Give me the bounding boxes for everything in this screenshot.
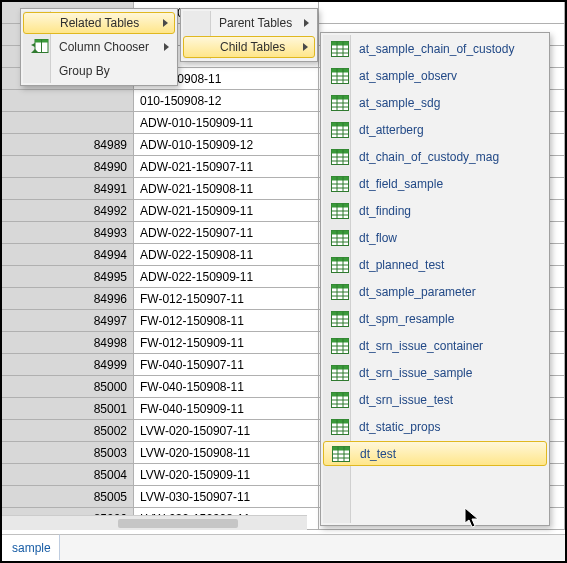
menu-item-label: at_sample_chain_of_custody xyxy=(359,42,525,56)
cell-value[interactable]: LVW-030-150907-11 xyxy=(134,486,319,507)
cell-value[interactable]: FW-040-150908-11 xyxy=(134,376,319,397)
cell-id[interactable]: 84999 xyxy=(2,354,134,375)
cell-id[interactable]: 85001 xyxy=(2,398,134,419)
cell-value[interactable]: LVW-020-150909-11 xyxy=(134,464,319,485)
cell-id[interactable]: 84994 xyxy=(2,244,134,265)
menu-item-at_sample_sdg[interactable]: at_sample_sdg xyxy=(323,89,547,116)
menu-item-dt_flow[interactable]: dt_flow xyxy=(323,224,547,251)
menu-item-dt_atterberg[interactable]: dt_atterberg xyxy=(323,116,547,143)
cell-value[interactable]: ADW-010-150909-12 xyxy=(134,134,319,155)
table-icon xyxy=(327,280,353,304)
cell-id[interactable]: 84992 xyxy=(2,200,134,221)
cell-id[interactable]: 84993 xyxy=(2,222,134,243)
table-icon xyxy=(327,388,353,412)
table-icon xyxy=(327,91,353,115)
menu-item-label: at_sample_sdg xyxy=(359,96,525,110)
menu-item-at_sample_observ[interactable]: at_sample_observ xyxy=(323,62,547,89)
table-icon xyxy=(327,145,353,169)
context-menu[interactable]: Related TablesColumn ChooserGroup By xyxy=(20,8,178,86)
cell-value[interactable]: ADW-022-150909-11 xyxy=(134,266,319,287)
cell-id[interactable]: 84990 xyxy=(2,156,134,177)
menu-item-dt_static_props[interactable]: dt_static_props xyxy=(323,413,547,440)
cell-value[interactable]: FW-040-150909-11 xyxy=(134,398,319,419)
menu-item-label: dt_static_props xyxy=(359,420,525,434)
table-icon xyxy=(327,361,353,385)
menu-item-at_sample_chain_of_custody[interactable]: at_sample_chain_of_custody xyxy=(323,35,547,62)
cell-value[interactable]: ADW-010-150909-11 xyxy=(134,112,319,133)
svg-rect-52 xyxy=(332,257,349,261)
cell-value[interactable]: ADW-021-150908-11 xyxy=(134,178,319,199)
menu-item-label: dt_flow xyxy=(359,231,525,245)
cell-value[interactable]: LVW-020-150907-11 xyxy=(134,420,319,441)
cell-id[interactable]: 84997 xyxy=(2,310,134,331)
cell-id[interactable] xyxy=(2,90,134,111)
child-tables-submenu[interactable]: at_sample_chain_of_custodyat_sample_obse… xyxy=(320,32,550,526)
menu-item-parent-tables[interactable]: Parent Tables xyxy=(183,11,315,35)
menu-item-related-tables[interactable]: Related Tables xyxy=(23,12,175,34)
menu-item-label: Parent Tables xyxy=(219,16,293,30)
cell-id[interactable]: 85005 xyxy=(2,486,134,507)
cell-value[interactable]: FW-012-150908-11 xyxy=(134,310,319,331)
menu-item-dt_field_sample[interactable]: dt_field_sample xyxy=(323,170,547,197)
menu-item-label: dt_chain_of_custody_mag xyxy=(359,150,525,164)
spacer-icon xyxy=(187,11,213,35)
table-icon xyxy=(327,64,353,88)
cell-value[interactable]: FW-012-150909-11 xyxy=(134,332,319,353)
svg-rect-34 xyxy=(332,176,349,180)
table-icon xyxy=(327,307,353,331)
spacer-icon xyxy=(27,59,53,83)
cell-value[interactable]: LVW-020-150908-11 xyxy=(134,442,319,463)
menu-item-dt_srn_issue_sample[interactable]: dt_srn_issue_sample xyxy=(323,359,547,386)
svg-rect-82 xyxy=(332,392,349,396)
menu-item-dt_chain_of_custody_mag[interactable]: dt_chain_of_custody_mag xyxy=(323,143,547,170)
cell-value[interactable]: ADW-021-150909-11 xyxy=(134,200,319,221)
chevron-right-icon xyxy=(163,19,168,27)
cell-value[interactable]: ADW-022-150907-11 xyxy=(134,222,319,243)
cell-id[interactable]: 85003 xyxy=(2,442,134,463)
menu-item-label: dt_spm_resample xyxy=(359,312,525,326)
menu-item-dt_sample_parameter[interactable]: dt_sample_parameter xyxy=(323,278,547,305)
menu-item-dt_test[interactable]: dt_test xyxy=(323,441,547,466)
menu-item-dt_srn_issue_test[interactable]: dt_srn_issue_test xyxy=(323,386,547,413)
mouse-cursor xyxy=(464,507,484,529)
menu-item-group-by[interactable]: Group By xyxy=(23,59,175,83)
cell-id[interactable]: 84998 xyxy=(2,332,134,353)
svg-rect-10 xyxy=(332,68,349,72)
menu-item-dt_spm_resample[interactable]: dt_spm_resample xyxy=(323,305,547,332)
menu-item-label: dt_sample_parameter xyxy=(359,285,525,299)
horizontal-scrollbar[interactable] xyxy=(2,515,307,530)
menu-item-column-chooser[interactable]: Column Chooser xyxy=(23,35,175,59)
cell-empty[interactable] xyxy=(319,2,565,23)
cell-value[interactable]: ADW-022-150908-11 xyxy=(134,244,319,265)
cell-id[interactable]: 85004 xyxy=(2,464,134,485)
cell-value[interactable]: 010-150908-12 xyxy=(134,90,319,111)
cell-value[interactable]: ADW-021-150907-11 xyxy=(134,156,319,177)
related-tables-submenu[interactable]: Parent TablesChild Tables xyxy=(180,8,318,62)
footer-link-sample[interactable]: sample xyxy=(2,534,60,560)
cell-id[interactable]: 84995 xyxy=(2,266,134,287)
chevron-right-icon xyxy=(304,19,309,27)
menu-item-dt_planned_test[interactable]: dt_planned_test xyxy=(323,251,547,278)
table-icon xyxy=(327,334,353,358)
menu-item-label: Child Tables xyxy=(220,40,292,54)
svg-rect-4 xyxy=(332,41,349,45)
scrollbar-thumb[interactable] xyxy=(118,519,238,528)
menu-item-label: at_sample_observ xyxy=(359,69,525,83)
menu-item-dt_srn_issue_container[interactable]: dt_srn_issue_container xyxy=(323,332,547,359)
cell-id[interactable]: 85000 xyxy=(2,376,134,397)
cell-id[interactable]: 84989 xyxy=(2,134,134,155)
column-chooser-icon xyxy=(27,35,53,59)
cell-id[interactable]: 84996 xyxy=(2,288,134,309)
table-icon xyxy=(327,199,353,223)
cell-value[interactable]: FW-040-150907-11 xyxy=(134,354,319,375)
cell-id[interactable] xyxy=(2,112,134,133)
svg-rect-40 xyxy=(332,203,349,207)
svg-rect-22 xyxy=(332,122,349,126)
cell-id[interactable]: 85002 xyxy=(2,420,134,441)
cell-id[interactable]: 84991 xyxy=(2,178,134,199)
cell-value[interactable]: FW-012-150907-11 xyxy=(134,288,319,309)
table-icon xyxy=(327,226,353,250)
menu-item-child-tables[interactable]: Child Tables xyxy=(183,36,315,58)
svg-rect-76 xyxy=(332,365,349,369)
menu-item-dt_finding[interactable]: dt_finding xyxy=(323,197,547,224)
